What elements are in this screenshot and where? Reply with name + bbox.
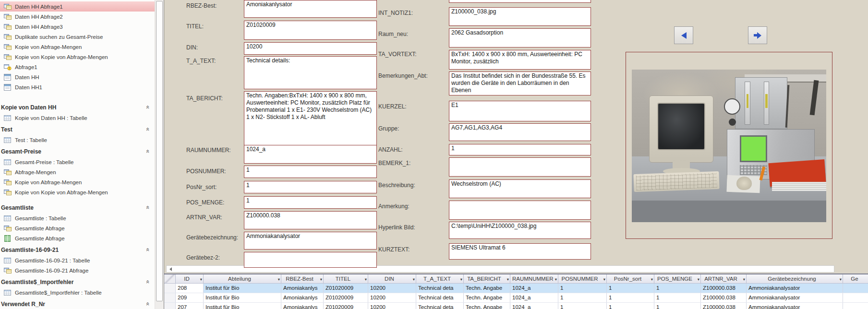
cell[interactable]: 1024_a <box>510 284 558 293</box>
kurztext-input[interactable]: SIEMENS Ultramat 6 <box>449 243 591 260</box>
sidebar-item[interactable]: Kopie von Abfrage-Mengen <box>0 177 155 187</box>
posnummer-input[interactable]: 1 <box>244 166 377 178</box>
sidebar-item[interactable]: Abfrage-Mengen <box>0 167 155 177</box>
posnr_sort-input[interactable]: 1 <box>244 181 377 193</box>
sidebar-item[interactable]: Kopie von Daten HH : Tabelle <box>0 113 155 123</box>
collapse-chevron-icon[interactable]: « <box>145 150 152 153</box>
geraetebez2-input[interactable] <box>244 252 377 268</box>
scrollbar-thumb[interactable] <box>156 1 163 301</box>
sidebar-item[interactable]: Gesamtliste$_Importfehler : Tabelle <box>0 287 155 297</box>
anmerkung-input[interactable] <box>449 201 591 220</box>
table-row[interactable]: 209Institut für BioAmoniakanlysZ01020009… <box>164 293 868 303</box>
row-selector[interactable] <box>164 303 176 309</box>
bemerkungen_abt-input[interactable]: Das Institut befindet sich in der Bundes… <box>449 71 591 95</box>
table-row[interactable]: 207Institut für BioAmoniakanlysZ01020009… <box>164 303 868 309</box>
sidebar-item[interactable]: Daten HH Abfrage1 <box>0 1 155 12</box>
cell[interactable]: Technical deta <box>416 293 464 302</box>
sidebar-item[interactable]: Gesamtliste Abfrage <box>0 223 155 233</box>
sidebar-item[interactable]: Daten HH <box>0 72 155 82</box>
nav-group-header[interactable]: Gesamtliste$_Importfehler« <box>0 277 155 287</box>
nav-group-header[interactable]: Gesamt-Preise« <box>0 146 155 157</box>
collapse-chevron-icon[interactable]: « <box>145 302 152 306</box>
filter-dropdown-icon[interactable]: ▾ <box>413 275 415 283</box>
cell[interactable]: 209 <box>176 293 204 302</box>
cell[interactable]: Technical deta <box>416 284 464 293</box>
sidebar-item[interactable]: Daten HH1 <box>0 82 155 92</box>
cell[interactable]: 1 <box>654 303 701 309</box>
hyperlink_bild-input[interactable]: C:\temp\UniHH\Z100000_038.jpg <box>449 222 591 239</box>
column-header[interactable]: TITEL▾ <box>324 274 368 283</box>
cell[interactable]: 1 <box>607 284 654 293</box>
sidebar-item[interactable]: Duplikate suchen zu Gesamt-Preise <box>0 32 155 42</box>
ta_vortext-input[interactable]: BxTxH: 1400 x 900 x 800 mm, Auswerteeinh… <box>449 50 591 70</box>
column-header[interactable]: Gerätebezeichnung▾ <box>747 274 843 283</box>
cell[interactable] <box>843 284 868 293</box>
cell[interactable]: Technical deta <box>416 303 464 309</box>
cell[interactable]: 1 <box>654 293 701 302</box>
cell[interactable]: 1 <box>558 293 607 302</box>
cell[interactable]: Techn. Angabe <box>464 293 510 302</box>
scroll-left-button[interactable] <box>167 266 174 272</box>
cell[interactable]: Z100000.038 <box>701 303 747 309</box>
cell[interactable]: 10200 <box>368 303 416 309</box>
nav-group-header[interactable]: Verwendet R_Nr« <box>0 299 155 309</box>
cell[interactable]: Ammoniakanalysator <box>747 303 843 309</box>
sidebar-item[interactable]: Kopie von Kopie von Abfrage-Mengen <box>0 187 155 197</box>
sidebar-item[interactable]: Gesamtliste-16-09-21 Abfrage <box>0 265 155 275</box>
filter-dropdown-icon[interactable]: ▾ <box>743 275 745 283</box>
din-input[interactable]: 10200 <box>244 42 377 55</box>
collapse-chevron-icon[interactable]: « <box>145 128 152 131</box>
column-header[interactable]: Abteilung▾ <box>204 274 281 283</box>
cell[interactable]: 10200 <box>368 284 416 293</box>
pos_menge-input[interactable]: 1 <box>244 196 377 209</box>
rbez_best-input[interactable]: Amoniakanlysator <box>244 0 377 18</box>
cell[interactable]: Techn. Angabe <box>464 303 510 309</box>
cell[interactable]: 207 <box>176 303 204 309</box>
column-header[interactable]: DIN▾ <box>368 274 416 283</box>
collapse-chevron-icon[interactable]: « <box>145 248 152 251</box>
column-header[interactable]: T_A_TEXT▾ <box>416 274 464 283</box>
cell[interactable]: Amoniakanlys <box>281 303 324 309</box>
artnr_var-input[interactable]: Z100000.038 <box>244 211 377 229</box>
sidebar-item[interactable]: Daten HH Abfrage2 <box>0 12 155 22</box>
cell[interactable]: Institut für Bio <box>204 293 281 302</box>
collapse-chevron-icon[interactable]: « <box>145 206 152 209</box>
cell[interactable] <box>843 303 868 309</box>
filter-dropdown-icon[interactable]: ▾ <box>840 275 842 283</box>
beschreibung-input[interactable]: Wechselstrom (AC) <box>449 179 591 198</box>
cell[interactable]: Z01020009 <box>324 303 368 309</box>
cell[interactable]: Ammoniakanalysator <box>747 284 843 293</box>
filter-dropdown-icon[interactable]: ▾ <box>460 275 462 283</box>
int_notiz1-input[interactable]: Z100000_038.jpg <box>449 7 591 26</box>
sidebar-item[interactable]: !Abfrage1 <box>0 62 155 72</box>
previous-record-button[interactable] <box>674 26 693 44</box>
cell[interactable]: Amoniakanlys <box>281 284 324 293</box>
nav-pane-scrollbar[interactable] <box>155 0 164 309</box>
cell[interactable]: 1 <box>607 303 654 309</box>
nav-group-header[interactable]: Kopie von Daten HH« <box>0 102 155 113</box>
sidebar-item[interactable]: Gesamtliste : Tabelle <box>0 213 155 223</box>
column-header[interactable]: POS_MENGE▾ <box>654 274 701 283</box>
raumnummer-input[interactable]: 1024_a <box>244 145 377 164</box>
cell[interactable]: 1024_a <box>510 293 558 302</box>
cell[interactable]: Institut für Bio <box>204 284 281 293</box>
sidebar-item[interactable]: Gesamt-Preise : Tabelle <box>0 157 155 167</box>
filter-dropdown-icon[interactable]: ▾ <box>651 275 653 283</box>
sidebar-item[interactable]: Kopie von Abfrage-Mengen <box>0 42 155 52</box>
filter-dropdown-icon[interactable]: ▾ <box>320 275 322 283</box>
column-header[interactable]: Ge <box>843 274 868 283</box>
filter-dropdown-icon[interactable]: ▾ <box>278 275 280 283</box>
cell[interactable]: 1 <box>558 303 607 309</box>
filter-dropdown-icon[interactable]: ▾ <box>200 275 202 283</box>
column-header[interactable]: TA_BERICHT▾ <box>464 274 510 283</box>
cell[interactable]: 1 <box>607 293 654 302</box>
column-header[interactable]: ID▾ <box>176 274 204 283</box>
cell[interactable]: 1 <box>558 284 607 293</box>
cell[interactable]: Ammoniakanalysator <box>747 293 843 302</box>
cell[interactable]: Z100000.038 <box>701 293 747 302</box>
t_a_text-input[interactable]: Technical details: <box>244 56 377 89</box>
nav-group-header[interactable]: Gesamtliste-16-09-21« <box>0 245 155 255</box>
titel-input[interactable]: Z01020009 <box>244 21 377 40</box>
row-selector[interactable] <box>164 293 176 302</box>
sidebar-item[interactable]: Kopie von Kopie von Abfrage-Mengen <box>0 52 155 62</box>
